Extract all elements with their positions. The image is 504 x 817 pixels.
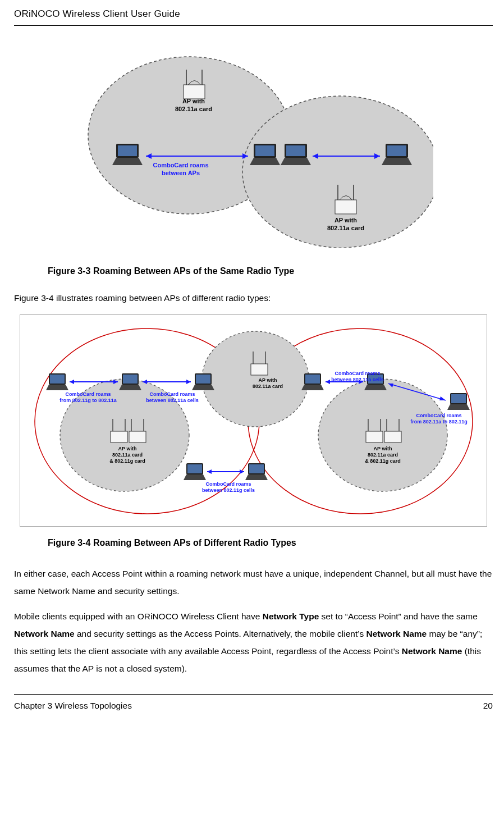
svg-point-21 xyxy=(202,331,309,427)
fig1-ap2-line2: 802.11a card xyxy=(327,225,364,231)
svg-rect-53 xyxy=(187,464,202,473)
svg-rect-13 xyxy=(387,145,406,156)
footer-right: 20 xyxy=(483,698,493,714)
p3-b3: Network Name xyxy=(366,629,427,638)
svg-rect-2 xyxy=(184,85,205,99)
fig2-leftap-l3: & 802.11g card xyxy=(109,458,145,464)
svg-rect-6 xyxy=(255,145,274,156)
page-footer: Chapter 3 Wireless Topologies 20 xyxy=(14,698,493,719)
paragraph-mobile-clients: Mobile clients equipped with an ORiNOCO … xyxy=(14,608,493,677)
fig2-bottomroam-l2: between 802.11g cells xyxy=(201,487,254,493)
fig1-roam-line2: between APs xyxy=(161,170,199,176)
fig2-rightroam1-l1: ComboCard roams xyxy=(335,371,380,376)
p3-t1: Mobile clients equipped with an ORiNOCO … xyxy=(14,611,263,621)
p3-t2: set to “Access Point” and have the same xyxy=(319,611,478,621)
fig2-topap-l2: 802.11a card xyxy=(252,384,282,389)
figure-3-3-caption: Figure 3-3 Roaming Between APs of the Sa… xyxy=(48,263,493,280)
fig1-ap1-line1: AP with xyxy=(182,98,204,104)
fig1-roam-line1: ComboCard roams xyxy=(153,162,208,168)
fig2-topap-l1: AP with xyxy=(258,377,277,383)
p3-t3: and security settings as the Access Poin… xyxy=(75,629,366,638)
svg-rect-55 xyxy=(249,464,264,473)
svg-rect-50 xyxy=(366,431,383,442)
svg-rect-17 xyxy=(335,200,356,214)
svg-rect-24 xyxy=(50,375,65,384)
fig2-rightap-l2: 802.11a card xyxy=(367,452,397,458)
fig2-midroam1-l2: between 802.11a cells xyxy=(146,398,199,403)
svg-marker-40 xyxy=(186,380,191,384)
p3-b2: Network Name xyxy=(14,629,75,638)
figure-3-4-svg: ComboCard roams from 802.11g to 802.11a … xyxy=(24,317,484,519)
svg-marker-36 xyxy=(70,380,74,384)
svg-rect-47 xyxy=(251,364,268,375)
fig1-ap2-line1: AP with xyxy=(334,217,356,223)
fig2-rightroam1-l2: between 802.11a cells xyxy=(331,377,384,382)
svg-rect-51 xyxy=(384,431,401,442)
svg-rect-34 xyxy=(451,394,466,403)
svg-marker-46 xyxy=(439,396,446,400)
page-header: ORiNOCO Wireless Client User Guide xyxy=(14,6,493,25)
fig2-leftap-l2: 802.11a card xyxy=(112,452,142,458)
footer-divider xyxy=(14,694,493,695)
fig2-bottomroam-l1: ComboCard roams xyxy=(205,481,251,487)
svg-rect-49 xyxy=(129,431,146,442)
fig2-rightap-l3: & 802.11g card xyxy=(365,458,401,464)
svg-rect-30 xyxy=(305,375,320,384)
fig2-midroam1-l1: ComboCard roams xyxy=(149,391,195,397)
p3-b4: Network Name xyxy=(402,646,462,656)
fig2-leftroam-l2: from 802.11g to 802.11a xyxy=(59,398,117,403)
figure-3-3-svg: AP with 802.11a card ComboCard roams bet… xyxy=(74,37,433,248)
fig2-rightap-l1: AP with xyxy=(373,446,392,451)
svg-rect-26 xyxy=(123,375,138,384)
paragraph-either-case: In either case, each Access Point within… xyxy=(14,565,493,600)
fig2-rightroam2-l1: ComboCard roams xyxy=(416,413,461,418)
figure-3-3-container: AP with 802.11a card ComboCard roams bet… xyxy=(14,37,493,252)
fig2-leftroam-l1: ComboCard roams xyxy=(65,391,111,397)
paragraph-intro-fig4: Figure 3-4 illustrates roaming between A… xyxy=(14,289,493,307)
figure-3-4-container: ComboCard roams from 802.11g to 802.11a … xyxy=(20,314,487,527)
fig2-rightroam2-l2: from 802.11a to 802.11g xyxy=(410,419,468,425)
svg-rect-28 xyxy=(196,375,210,384)
figure-3-4-caption: Figure 3-4 Roaming Between APs of Differ… xyxy=(48,535,493,551)
fig2-leftap-l1: AP with xyxy=(118,446,136,451)
svg-marker-57 xyxy=(207,469,212,474)
footer-left: Chapter 3 Wireless Topologies xyxy=(14,698,132,714)
svg-rect-4 xyxy=(118,145,137,156)
fig1-ap1-line2: 802.11a card xyxy=(175,106,212,112)
svg-rect-11 xyxy=(286,145,305,156)
header-divider xyxy=(14,25,493,26)
svg-rect-48 xyxy=(111,431,127,442)
svg-marker-42 xyxy=(326,380,330,384)
p3-b1: Network Type xyxy=(263,611,319,621)
